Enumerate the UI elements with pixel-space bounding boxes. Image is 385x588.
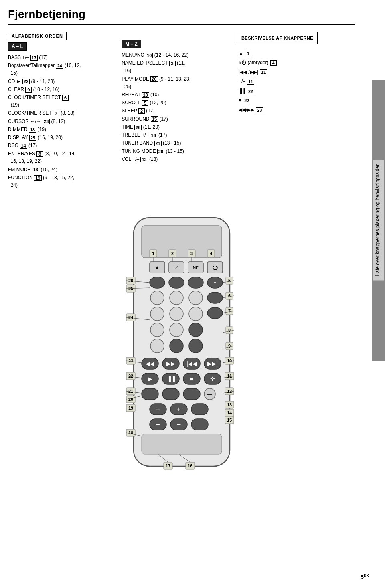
right-index-list: MENU/NO 10 (12 - 14, 16, 22) NAME EDIT/S…: [122, 51, 223, 164]
a-l-range-box: A – L: [8, 42, 27, 51]
badge-6: 6: [62, 95, 69, 101]
badge-25: 25: [29, 135, 36, 141]
list-item: VOL +/– 12 (18): [122, 156, 223, 163]
desc-items: ▲ 1 I/⏻ (afbryder) 4 |◀◀ /▶▶| 11 +/– 1: [237, 49, 277, 115]
eject-icon: ▲: [239, 49, 243, 58]
badge-13b: 13: [142, 92, 149, 98]
rewind-ff-icon: ◀◀/▶▶: [239, 106, 254, 115]
list-item: DSG 14 (17): [8, 142, 109, 150]
beskrivelse-box: BESKRIVELSE AF KNAPPERNE: [237, 32, 318, 44]
page-number: 5DK: [361, 574, 369, 580]
svg-text:▶▶: ▶▶: [166, 360, 175, 367]
badge-23b: 23: [256, 107, 263, 113]
alphabetisk-order-box: ALFABETISK ORDEN: [8, 32, 67, 40]
svg-rect-47: [183, 388, 200, 400]
badge-24: 24: [56, 63, 63, 69]
list-item: CLOCK/TIMER SET 7 (8, 18): [8, 109, 109, 117]
svg-text:24: 24: [128, 315, 133, 320]
svg-point-17: [150, 291, 164, 305]
power-icon: I/⏻: [239, 59, 246, 67]
badge-22: 22: [22, 79, 30, 84]
svg-rect-45: [142, 388, 158, 400]
desc-item: ▐▐ 22: [239, 87, 277, 96]
badge-8: 8: [36, 151, 43, 157]
svg-rect-46: [162, 388, 179, 400]
svg-text:■: ■: [190, 376, 193, 382]
main-content: Fjernbetjening ALFABETISK ORDEN A – L BA…: [0, 0, 371, 507]
page-suffix: DK: [364, 574, 369, 578]
svg-text:▶▶|: ▶▶|: [207, 360, 218, 367]
svg-point-23: [150, 323, 164, 337]
svg-text:22: 22: [128, 374, 133, 378]
badge-3: 3: [169, 61, 176, 66]
badge-2: 2: [138, 108, 145, 114]
badge-7: 7: [53, 111, 59, 116]
svg-text:≡: ≡: [213, 281, 216, 285]
svg-point-25: [189, 323, 203, 337]
svg-text:20: 20: [128, 397, 133, 402]
svg-text:12: 12: [227, 389, 231, 394]
list-item: SLEEP 2 (17): [122, 107, 223, 115]
desc-item: I/⏻ (afbryder) 4: [239, 59, 277, 67]
side-tab-text: Liste over knappernes placering og henvi…: [373, 160, 384, 281]
list-item: CURSOR ←/→ 23 (8, 12): [8, 118, 109, 125]
svg-text:+: +: [177, 406, 180, 412]
svg-text:—: —: [207, 392, 212, 397]
svg-text:18: 18: [128, 430, 133, 435]
list-item: MENU/NO 10 (12 - 14, 16, 22): [122, 51, 223, 59]
svg-rect-59: [191, 419, 208, 430]
badge-19: 19: [34, 175, 41, 181]
m-z-range-box: M – Z: [122, 40, 141, 48]
svg-text:26: 26: [128, 278, 133, 283]
skip-icon: |◀◀ /▶▶|: [239, 68, 258, 77]
svg-text:3: 3: [190, 251, 192, 256]
badge-23a: 23: [43, 119, 50, 124]
badge-11b: 11: [247, 79, 254, 85]
list-item: FM MODE 13 (15, 24): [8, 166, 109, 174]
right-index-col: M – Z MENU/NO 10 (12 - 14, 16, 22) NAME …: [122, 32, 223, 190]
svg-text:11: 11: [227, 374, 231, 378]
svg-text:14: 14: [227, 410, 232, 415]
svg-text:⏻: ⏻: [212, 264, 218, 271]
svg-text:1: 1: [152, 251, 154, 256]
svg-text:13: 13: [227, 402, 231, 407]
page-num-value: 5: [361, 574, 364, 580]
stop-icon: ■: [239, 96, 241, 105]
svg-point-19: [189, 291, 203, 305]
top-area: ALFABETISK ORDEN A – L BASS +/– 17 (17) …: [8, 32, 355, 190]
badge-9: 9: [25, 87, 32, 93]
remote-diagram: ▲ Z NE ⏻ ≡: [101, 198, 262, 498]
badge-18: 18: [29, 127, 36, 133]
svg-text:◀◀: ◀◀: [146, 360, 154, 367]
desc-item: |◀◀ /▶▶| 11: [239, 68, 277, 77]
page-title: Fjernbetjening: [8, 8, 355, 25]
badge-4: 4: [270, 60, 277, 66]
beskrivelse-section: BESKRIVELSE AF KNAPPERNE ▲ 1 I/⏻ (afbryd…: [237, 32, 355, 190]
page-container: Liste over knappernes placering og henvi…: [0, 0, 385, 588]
svg-text:10: 10: [227, 358, 231, 363]
left-index-list: BASS +/– 17 (17) Bogstaver/Talknapper 24…: [8, 54, 109, 189]
svg-text:▶: ▶: [148, 376, 152, 382]
list-item: TUNING MODE 20 (13 - 15): [122, 148, 223, 155]
svg-text:16: 16: [187, 463, 192, 468]
svg-rect-14: [188, 277, 203, 288]
svg-text:21: 21: [128, 389, 133, 394]
svg-text:✛: ✛: [210, 376, 215, 382]
svg-text:–: –: [177, 421, 180, 428]
svg-text:9: 9: [228, 344, 230, 348]
desc-item: ◀◀/▶▶ 23: [239, 106, 277, 115]
index-columns: ALFABETISK ORDEN A – L BASS +/– 17 (17) …: [8, 32, 223, 190]
svg-rect-54: [191, 404, 208, 415]
list-item: CLOCK/TIMER SELECT 6 (19): [8, 94, 109, 109]
plus-minus-text: +/–: [239, 77, 245, 86]
badge-15: 15: [151, 116, 158, 122]
badge-26: 26: [134, 125, 142, 130]
badge-16: 16: [150, 133, 157, 138]
svg-rect-60: [142, 434, 222, 454]
svg-rect-13: [169, 277, 184, 288]
badge-20a: 20: [150, 76, 158, 82]
list-item: CLEAR 9 (10 - 12, 16): [8, 86, 109, 93]
list-item: SURROUND 15 (17): [122, 115, 223, 123]
desc-item: ■ 22: [239, 96, 277, 105]
remote-wrapper: ▲ Z NE ⏻ ≡: [101, 198, 262, 499]
